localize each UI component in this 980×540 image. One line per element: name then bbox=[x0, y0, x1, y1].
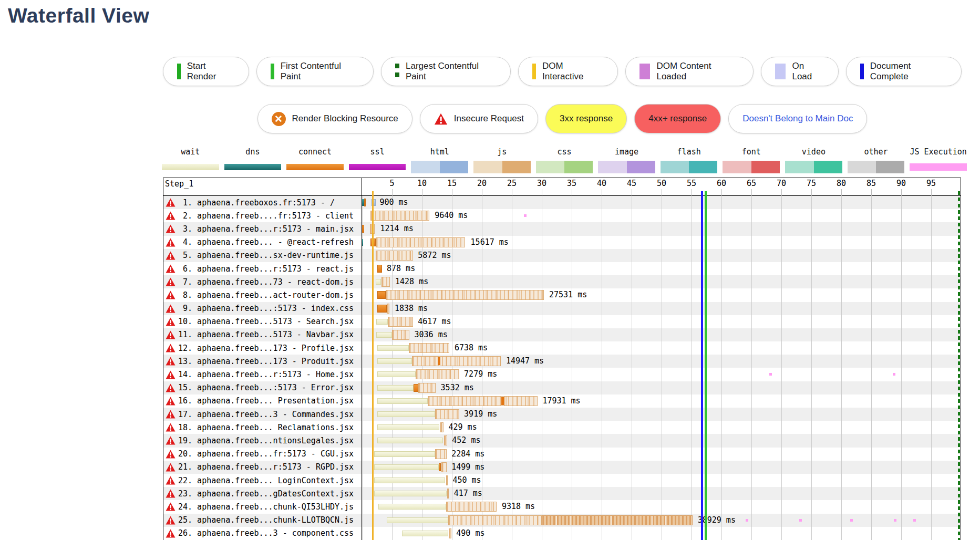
waterfall-row-14[interactable]: 14. aphaena.freeb...r:5173 - Home.jsx727… bbox=[163, 368, 961, 381]
waterfall-row-25[interactable]: 25. aphaena.freeb...chunk-LLOTBQCN.js389… bbox=[163, 514, 961, 527]
request-label[interactable]: 22. aphaena.freeb... LoginContext.jsx bbox=[163, 474, 362, 487]
request-label[interactable]: 20. aphaena.freeb...fr:5173 - CGU.jsx bbox=[163, 448, 362, 461]
waterfall-row-8[interactable]: 8. aphaena.freeb...act-router-dom.js2753… bbox=[163, 288, 961, 302]
waterfall-row-11[interactable]: 11. aphaena.freeb...5173 - Navbar.jsx303… bbox=[163, 328, 961, 341]
request-name: 18. aphaena.freeb... Reclamations.jsx bbox=[178, 423, 354, 432]
legend-label: Insecure Request bbox=[454, 113, 524, 124]
axis-tick-label: 90 bbox=[896, 179, 906, 188]
request-label[interactable]: 7. aphaena.freeb...73 - react-dom.js bbox=[163, 275, 362, 288]
legend-largest-contentful-paint[interactable]: Largest Contentful Paint bbox=[381, 57, 511, 86]
request-timeline: 14947 ms bbox=[362, 355, 961, 368]
waterfall-row-20[interactable]: 20. aphaena.freeb...fr:5173 - CGU.jsx228… bbox=[163, 448, 961, 461]
waterfall-row-2[interactable]: 2. aphaena.freeb....fr:5173 - client9640… bbox=[163, 209, 961, 222]
request-label[interactable]: 4. aphaena.freeb... - @react-refresh bbox=[163, 236, 362, 249]
waterfall-row-15[interactable]: 15. aphaena.freeb...:5173 - Error.jsx353… bbox=[163, 381, 961, 394]
request-label[interactable]: 3. aphaena.freeb...r:5173 - main.jsx bbox=[163, 222, 362, 235]
request-label[interactable]: 13. aphaena.freeb...173 - Produit.jsx bbox=[163, 355, 362, 368]
resource-legend-label: flash bbox=[661, 147, 718, 160]
request-timeline: 17931 ms bbox=[362, 394, 961, 408]
request-label[interactable]: 10. aphaena.freeb...5173 - Search.jsx bbox=[163, 315, 362, 328]
request-name: 19. aphaena.freeb...ntionsLegales.jsx bbox=[178, 436, 354, 445]
request-name: 8. aphaena.freeb...act-router-dom.js bbox=[178, 290, 354, 300]
request-label[interactable]: 16. aphaena.freeb... Presentation.jsx bbox=[163, 394, 362, 408]
wait-segment bbox=[374, 464, 439, 470]
legend-document-complete[interactable]: Document Complete bbox=[846, 57, 962, 86]
warning-icon bbox=[166, 436, 176, 445]
request-label[interactable]: 25. aphaena.freeb...chunk-LLOTBQCN.js bbox=[163, 514, 362, 527]
waterfall-row-24[interactable]: 24. aphaena.freeb...chunk-QI53LHDY.js931… bbox=[163, 500, 961, 513]
legend-start-render[interactable]: Start Render bbox=[163, 57, 249, 86]
waterfall-row-9[interactable]: 9. aphaena.freeb...:5173 - index.css1838… bbox=[163, 302, 961, 315]
js-execution-tick bbox=[850, 519, 853, 522]
waterfall-row-19[interactable]: 19. aphaena.freeb...ntionsLegales.jsx452… bbox=[163, 434, 961, 447]
request-duration: 452 ms bbox=[452, 434, 480, 447]
request-label[interactable]: 8. aphaena.freeb...act-router-dom.js bbox=[163, 288, 362, 302]
resource-legend-font: font bbox=[723, 147, 780, 174]
waterfall-row-13[interactable]: 13. aphaena.freeb...173 - Produit.jsx149… bbox=[163, 355, 961, 368]
wait-segment bbox=[374, 491, 447, 496]
legend-dom-interactive[interactable]: DOM Interactive bbox=[518, 57, 617, 86]
request-timeline: 417 ms bbox=[362, 487, 961, 500]
waterfall-row-23[interactable]: 23. aphaena.freeb...gDatesContext.jsx417… bbox=[163, 487, 961, 500]
waterfall-row-12[interactable]: 12. aphaena.freeb...173 - Profile.jsx673… bbox=[163, 341, 961, 355]
request-name: 1. aphaena.freeboxos.fr:5173 - / bbox=[178, 198, 335, 207]
waterfall-row-21[interactable]: 21. aphaena.freeb...r:5173 - RGPD.jsx149… bbox=[163, 461, 961, 474]
request-label[interactable]: 2. aphaena.freeb....fr:5173 - client bbox=[163, 209, 362, 222]
warning-icon bbox=[434, 113, 448, 125]
waterfall-row-22[interactable]: 22. aphaena.freeb... LoginContext.jsx450… bbox=[163, 474, 961, 487]
js-execution-tick bbox=[894, 519, 896, 522]
waterfall-row-1[interactable]: 1. aphaena.freeboxos.fr:5173 - /900 ms bbox=[163, 196, 961, 209]
request-label[interactable]: 19. aphaena.freeb...ntionsLegales.jsx bbox=[163, 434, 362, 447]
request-timeline: 878 ms bbox=[362, 262, 961, 275]
waterfall-row-6[interactable]: 6. aphaena.freeb...r:5173 - react.js878 … bbox=[163, 262, 961, 275]
waterfall-row-16[interactable]: 16. aphaena.freeb... Presentation.jsx179… bbox=[163, 394, 961, 408]
js-execution-tick bbox=[746, 519, 748, 522]
waterfall-row-4[interactable]: 4. aphaena.freeb... - @react-refresh1561… bbox=[163, 236, 961, 249]
request-label[interactable]: 11. aphaena.freeb...5173 - Navbar.jsx bbox=[163, 328, 362, 341]
request-name: 22. aphaena.freeb... LoginContext.jsx bbox=[178, 476, 354, 485]
on-load-marker-icon bbox=[775, 64, 786, 79]
legend-dom-content-loaded[interactable]: DOM Content Loaded bbox=[625, 57, 754, 86]
request-duration: 14947 ms bbox=[506, 355, 544, 368]
axis-tick-label: 50 bbox=[657, 179, 666, 188]
waterfall-row-7[interactable]: 7. aphaena.freeb...73 - react-dom.js1428… bbox=[163, 275, 961, 288]
request-label[interactable]: 21. aphaena.freeb...r:5173 - RGPD.jsx bbox=[163, 461, 362, 474]
request-label[interactable]: 24. aphaena.freeb...chunk-QI53LHDY.js bbox=[163, 500, 362, 513]
legend-label: Document Complete bbox=[870, 61, 947, 82]
request-label[interactable]: 18. aphaena.freeb... Reclamations.jsx bbox=[163, 421, 362, 434]
legend-4xx-response[interactable]: 4xx+ response bbox=[634, 104, 721, 133]
resource-legend-label: video bbox=[785, 147, 842, 160]
request-label[interactable]: 23. aphaena.freeb...gDatesContext.jsx bbox=[163, 487, 362, 500]
legend-doesn-t-belong-to-main-doc[interactable]: Doesn't Belong to Main Doc bbox=[728, 104, 867, 133]
wait-segment bbox=[377, 358, 412, 364]
request-label[interactable]: 26. aphaena.freeb...3 - component.css bbox=[163, 527, 362, 540]
request-label[interactable]: 12. aphaena.freeb...173 - Profile.jsx bbox=[163, 341, 362, 355]
waterfall-row-10[interactable]: 10. aphaena.freeb...5173 - Search.jsx461… bbox=[163, 315, 961, 328]
request-label[interactable]: 9. aphaena.freeb...:5173 - index.css bbox=[163, 302, 362, 315]
render-blocking-icon: ✕ bbox=[272, 112, 286, 126]
request-label[interactable]: 15. aphaena.freeb...:5173 - Error.jsx bbox=[163, 381, 362, 394]
legend-first-contentful-paint[interactable]: First Contentful Paint bbox=[256, 57, 374, 86]
waterfall-row-3[interactable]: 3. aphaena.freeb...r:5173 - main.jsx1214… bbox=[163, 222, 961, 235]
axis-tick-mark bbox=[572, 189, 572, 196]
legend-insecure-request[interactable]: Insecure Request bbox=[420, 104, 538, 133]
waterfall-row-26[interactable]: 26. aphaena.freeb...3 - component.css490… bbox=[163, 527, 961, 540]
request-label[interactable]: 14. aphaena.freeb...r:5173 - Home.jsx bbox=[163, 368, 362, 381]
legend-render-blocking-resource[interactable]: ✕Render Blocking Resource bbox=[257, 104, 412, 133]
resource-legend-label: js bbox=[473, 147, 531, 160]
request-label[interactable]: 5. aphaena.freeb...sx-dev-runtime.js bbox=[163, 249, 362, 262]
waterfall-row-17[interactable]: 17. aphaena.freeb...3 - Commandes.jsx391… bbox=[163, 408, 961, 421]
request-duration: 15617 ms bbox=[471, 236, 509, 249]
legend-3xx-response[interactable]: 3xx response bbox=[545, 104, 627, 133]
request-timeline: 3919 ms bbox=[362, 408, 961, 421]
waterfall-row-5[interactable]: 5. aphaena.freeb...sx-dev-runtime.js5872… bbox=[163, 249, 961, 262]
striped-segment bbox=[386, 290, 544, 300]
request-duration: 1838 ms bbox=[395, 302, 428, 315]
request-label[interactable]: 1. aphaena.freeboxos.fr:5173 - / bbox=[163, 196, 362, 209]
request-label[interactable]: 6. aphaena.freeb...r:5173 - react.js bbox=[163, 262, 362, 275]
document-complete-marker-icon bbox=[860, 64, 864, 79]
legend-on-load[interactable]: On Load bbox=[761, 57, 839, 86]
waterfall-row-18[interactable]: 18. aphaena.freeb... Reclamations.jsx429… bbox=[163, 421, 961, 434]
axis-tick-mark bbox=[632, 189, 632, 196]
request-label[interactable]: 17. aphaena.freeb...3 - Commandes.jsx bbox=[163, 408, 362, 421]
